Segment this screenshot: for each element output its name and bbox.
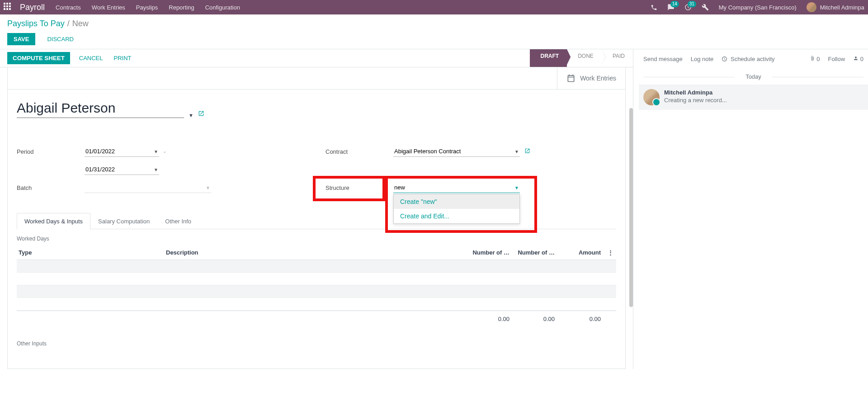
attachments-button[interactable]: 0	[810, 56, 820, 62]
total-days: 0.00	[464, 316, 509, 322]
print-button[interactable]: PRINT	[112, 52, 133, 64]
activities-badge: 31	[688, 1, 696, 7]
employee-dropdown-icon[interactable]: ▼	[189, 113, 193, 118]
clock-icon	[722, 56, 727, 62]
batch-dropdown-icon[interactable]: ▼	[206, 185, 210, 190]
worked-days-header: Type Description Number of … Number of ……	[17, 245, 616, 260]
debug-icon[interactable]	[702, 4, 709, 11]
chatter: Send message Log note Schedule activity …	[633, 49, 868, 369]
stage-paid[interactable]: PAID	[602, 49, 633, 67]
work-entries-label: Work Entries	[580, 75, 616, 82]
stage-widget: DRAFT DONE PAID	[530, 49, 633, 67]
structure-dropdown-icon[interactable]: ▼	[514, 185, 519, 190]
notebook-tabs: Worked Days & Inputs Salary Computation …	[17, 213, 616, 229]
button-box: Work Entries	[8, 67, 625, 90]
tab-content-worked-days: Worked Days Type Description Number of ……	[17, 229, 616, 364]
contract-field[interactable]	[393, 146, 520, 157]
phone-icon[interactable]	[651, 4, 657, 11]
user-menu[interactable]: Mitchell Adminpa	[807, 2, 864, 12]
structure-label: Structure	[326, 184, 393, 191]
activities-icon[interactable]: 31	[684, 4, 692, 11]
contract-label: Contract	[326, 148, 393, 155]
user-name: Mitchell Adminpa	[820, 4, 864, 11]
person-icon	[853, 56, 859, 61]
col-number-days: Number of …	[464, 249, 509, 256]
breadcrumb: Payslips To Pay / New	[7, 19, 861, 28]
col-type: Type	[17, 249, 166, 256]
contract-dropdown-icon[interactable]: ▼	[514, 149, 519, 154]
structure-field[interactable]	[393, 182, 520, 193]
scrollbar[interactable]	[629, 108, 633, 307]
followers-button[interactable]: 0	[853, 56, 863, 62]
breadcrumb-parent[interactable]: Payslips To Pay	[7, 19, 65, 28]
stage-done[interactable]: DONE	[567, 49, 602, 67]
table-row[interactable]	[17, 273, 616, 285]
worked-days-section-label: Worked Days	[17, 236, 616, 242]
period-to-dropdown-icon[interactable]: ▼	[154, 167, 158, 172]
user-avatar	[807, 2, 816, 12]
status-bar: COMPUTE SHEET CANCEL PRINT DRAFT DONE PA…	[0, 49, 633, 67]
structure-dropdown-menu: Create "new" Create and Edit...	[393, 194, 520, 224]
work-entries-stat-button[interactable]: Work Entries	[557, 67, 625, 89]
tab-worked-days[interactable]: Worked Days & Inputs	[17, 213, 90, 229]
control-panel: Payslips To Pay / New SAVE DISCARD	[0, 14, 868, 45]
apps-icon[interactable]	[4, 3, 13, 12]
contract-external-link-icon[interactable]	[524, 148, 530, 155]
paperclip-icon	[810, 56, 815, 61]
employee-external-link-icon[interactable]	[198, 110, 204, 118]
tab-other-info[interactable]: Other Info	[157, 213, 199, 229]
period-sep: -	[164, 148, 165, 155]
main-area: COMPUTE SHEET CANCEL PRINT DRAFT DONE PA…	[0, 49, 868, 369]
chatter-message: Mitchell Adminpa Creating a new record..…	[639, 85, 868, 110]
save-button[interactable]: SAVE	[7, 33, 35, 45]
send-message-button[interactable]: Send message	[643, 56, 683, 62]
breadcrumb-sep: /	[67, 19, 70, 28]
other-inputs-section-label: Other Inputs	[17, 340, 616, 347]
discard-button[interactable]: DISCARD	[41, 33, 80, 45]
col-amount: Amount	[555, 249, 604, 256]
message-avatar	[643, 89, 660, 105]
tab-salary-computation[interactable]: Salary Computation	[90, 213, 157, 229]
app-brand: Payroll	[20, 3, 45, 12]
attachments-count: 0	[816, 56, 820, 62]
nav-configuration[interactable]: Configuration	[205, 4, 240, 11]
messages-badge: 14	[670, 1, 679, 7]
col-options-icon[interactable]: ⋮	[604, 249, 616, 256]
form-sheet: Work Entries ▼ Period	[7, 67, 626, 369]
period-label: Period	[17, 148, 85, 155]
worked-days-rows	[17, 260, 616, 311]
employee-field[interactable]	[17, 99, 184, 118]
schedule-activity-button[interactable]: Schedule activity	[722, 56, 774, 62]
follow-button[interactable]: Follow	[828, 56, 845, 62]
batch-field[interactable]	[85, 182, 211, 193]
stage-draft[interactable]: DRAFT	[530, 49, 567, 67]
col-description: Description	[166, 249, 464, 256]
total-hours: 0.00	[509, 316, 555, 322]
table-row[interactable]	[17, 260, 616, 273]
table-row[interactable]	[17, 285, 616, 298]
company-switcher[interactable]: My Company (San Francisco)	[719, 4, 797, 11]
total-amount: 0.00	[555, 316, 604, 322]
chatter-date-separator: Today	[639, 73, 868, 80]
nav-reporting[interactable]: Reporting	[169, 4, 194, 11]
table-row[interactable]	[17, 298, 616, 311]
col-number-hours: Number of …	[509, 249, 555, 256]
period-from-field[interactable]	[85, 146, 159, 157]
log-note-button[interactable]: Log note	[691, 56, 714, 62]
cancel-button[interactable]: CANCEL	[77, 52, 105, 64]
dropdown-create-edit-option[interactable]: Create and Edit...	[394, 209, 519, 223]
worked-days-footer: 0.00 0.00 0.00	[17, 311, 616, 327]
nav-contracts[interactable]: Contracts	[56, 4, 81, 11]
batch-label: Batch	[17, 184, 85, 191]
period-from-dropdown-icon[interactable]: ▼	[154, 149, 158, 154]
compute-sheet-button[interactable]: COMPUTE SHEET	[7, 52, 70, 64]
top-navbar: Payroll Contracts Work Entries Payslips …	[0, 0, 868, 14]
nav-work-entries[interactable]: Work Entries	[92, 4, 125, 11]
messages-icon[interactable]: 14	[667, 4, 675, 11]
breadcrumb-current: New	[72, 19, 89, 28]
dropdown-create-option[interactable]: Create "new"	[394, 194, 519, 209]
period-to-field[interactable]	[85, 164, 159, 175]
nav-payslips[interactable]: Payslips	[136, 4, 158, 11]
calendar-icon	[566, 74, 576, 83]
message-text: Creating a new record...	[664, 97, 727, 104]
